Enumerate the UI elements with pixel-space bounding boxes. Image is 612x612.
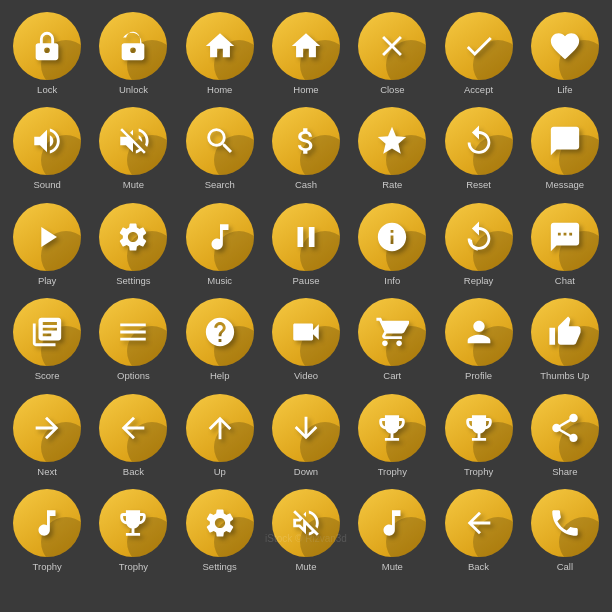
icon-circle-accept[interactable] [445, 12, 513, 80]
icon-circle-unlock[interactable] [99, 12, 167, 80]
icon-label-back2: Back [468, 561, 489, 572]
icon-label-home2: Home [293, 84, 318, 95]
icon-circle-info[interactable] [358, 203, 426, 271]
icon-circle-mute2[interactable] [272, 489, 340, 557]
icon-label-music: Music [207, 275, 232, 286]
icon-label-close: Close [380, 84, 404, 95]
icon-cell-info: Info [351, 199, 433, 290]
icon-label-pause: Pause [293, 275, 320, 286]
icon-cell-life: Life [524, 8, 606, 99]
icon-cell-search: Search [179, 103, 261, 194]
icon-circle-mute[interactable] [99, 107, 167, 175]
icon-cell-back2: Back [437, 485, 519, 576]
icon-circle-rate[interactable] [358, 107, 426, 175]
icon-circle-home2[interactable] [272, 12, 340, 80]
icon-circle-video[interactable] [272, 298, 340, 366]
icon-label-back: Back [123, 466, 144, 477]
icon-label-cart: Cart [383, 370, 401, 381]
icon-circle-up[interactable] [186, 394, 254, 462]
icon-circle-play[interactable] [13, 203, 81, 271]
icon-label-next: Next [37, 466, 57, 477]
icon-circle-mute3[interactable] [358, 489, 426, 557]
icon-circle-thumbsup[interactable] [531, 298, 599, 366]
icon-label-life: Life [557, 84, 572, 95]
icon-label-info: Info [384, 275, 400, 286]
icon-label-thumbsup: Thumbs Up [540, 370, 589, 381]
icon-cell-cash: Cash [265, 103, 347, 194]
icon-cell-reset: Reset [437, 103, 519, 194]
icon-label-settings2: Settings [203, 561, 237, 572]
icon-label-trophy: Trophy [378, 466, 407, 477]
icon-circle-music2[interactable] [13, 489, 81, 557]
icon-circle-trophy[interactable] [358, 394, 426, 462]
icon-cell-mute3: Mute [351, 485, 433, 576]
icon-cell-cart: Cart [351, 294, 433, 385]
icon-circle-reset[interactable] [445, 107, 513, 175]
icon-circle-back2[interactable] [445, 489, 513, 557]
icon-cell-trophy: Trophy [351, 390, 433, 481]
icon-cell-video: Video [265, 294, 347, 385]
icon-cell-profile: Profile [437, 294, 519, 385]
icon-label-call: Call [557, 561, 573, 572]
icon-circle-options[interactable] [99, 298, 167, 366]
icon-label-up: Up [214, 466, 226, 477]
icon-label-music2: Trophy [33, 561, 62, 572]
icon-cell-mute2: Mute [265, 485, 347, 576]
icon-circle-music[interactable] [186, 203, 254, 271]
icon-circle-cash[interactable] [272, 107, 340, 175]
icon-circle-sound[interactable] [13, 107, 81, 175]
icon-circle-share[interactable] [531, 394, 599, 462]
icon-label-score: Score [35, 370, 60, 381]
icon-circle-message[interactable] [531, 107, 599, 175]
icon-label-cash: Cash [295, 179, 317, 190]
icon-circle-home[interactable] [186, 12, 254, 80]
icon-label-down: Down [294, 466, 318, 477]
icon-cell-back: Back [92, 390, 174, 481]
icon-label-trophy3: Trophy [119, 561, 148, 572]
icon-cell-thumbsup: Thumbs Up [524, 294, 606, 385]
icon-label-search: Search [205, 179, 235, 190]
icon-label-replay: Replay [464, 275, 494, 286]
icon-label-video: Video [294, 370, 318, 381]
icon-cell-close: Close [351, 8, 433, 99]
icon-cell-play: Play [6, 199, 88, 290]
icon-circle-trophy3[interactable] [99, 489, 167, 557]
icon-circle-chat[interactable] [531, 203, 599, 271]
icon-circle-search[interactable] [186, 107, 254, 175]
icon-circle-call[interactable] [531, 489, 599, 557]
icon-cell-accept: Accept [437, 8, 519, 99]
icon-circle-lock[interactable] [13, 12, 81, 80]
icon-circle-replay[interactable] [445, 203, 513, 271]
icon-circle-settings[interactable] [99, 203, 167, 271]
icon-cell-home2: Home [265, 8, 347, 99]
icon-circle-settings2[interactable] [186, 489, 254, 557]
icon-cell-settings: Settings [92, 199, 174, 290]
icon-cell-score: Score [6, 294, 88, 385]
icon-cell-help: Help [179, 294, 261, 385]
icon-circle-score[interactable] [13, 298, 81, 366]
icon-circle-next[interactable] [13, 394, 81, 462]
icon-cell-call: Call [524, 485, 606, 576]
icon-cell-rate: Rate [351, 103, 433, 194]
icon-cell-settings2: Settings [179, 485, 261, 576]
icon-circle-close[interactable] [358, 12, 426, 80]
icon-cell-trophy3: Trophy [92, 485, 174, 576]
icon-cell-unlock: Unlock [92, 8, 174, 99]
icon-circle-profile[interactable] [445, 298, 513, 366]
icon-circle-cart[interactable] [358, 298, 426, 366]
icon-label-lock: Lock [37, 84, 57, 95]
icon-cell-pause: Pause [265, 199, 347, 290]
icon-label-sound: Sound [33, 179, 60, 190]
icon-circle-help[interactable] [186, 298, 254, 366]
icon-cell-home: Home [179, 8, 261, 99]
icon-label-share: Share [552, 466, 577, 477]
icon-circle-down[interactable] [272, 394, 340, 462]
icon-label-trophy2: Trophy [464, 466, 493, 477]
icon-label-play: Play [38, 275, 56, 286]
icon-cell-trophy2: Trophy [437, 390, 519, 481]
icon-cell-sound: Sound [6, 103, 88, 194]
icon-circle-life[interactable] [531, 12, 599, 80]
icon-circle-back[interactable] [99, 394, 167, 462]
icon-circle-trophy2[interactable] [445, 394, 513, 462]
icon-circle-pause[interactable] [272, 203, 340, 271]
